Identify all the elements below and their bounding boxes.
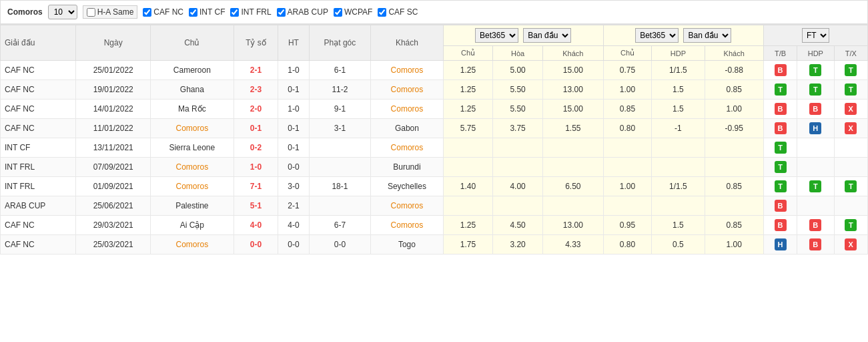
cell-score: 0-0 (234, 235, 278, 254)
type1-select[interactable]: Ban đầu (523, 28, 571, 43)
cell-res-hdp (797, 196, 834, 216)
cell-score: 0-2 (234, 138, 278, 158)
cell-home: Ai Cập (150, 216, 234, 235)
odds1-chu: 1.25 (443, 80, 493, 100)
cell-res-tb: B (763, 196, 797, 216)
badge: B (775, 219, 787, 231)
cell-away: Togo (371, 235, 443, 254)
th-res-hdp: HDP (797, 46, 834, 61)
ha-same-checkbox[interactable] (87, 8, 95, 17)
cell-res-hdp (797, 158, 834, 177)
table-row: INT FRL 01/09/2021 Comoros 7-1 3-0 18-1 … (1, 177, 868, 196)
odds1-hoa: 5.00 (493, 61, 543, 80)
cell-away: Comoros (371, 80, 443, 100)
odds1-chu: 1.25 (443, 100, 493, 119)
caf-nc-checkbox[interactable] (143, 8, 151, 17)
cell-corners (309, 158, 371, 177)
count-select[interactable]: 10 5 15 20 (48, 5, 77, 19)
cell-res-tb: B (763, 61, 797, 80)
badge: B (809, 103, 821, 115)
cell-league: CAF NC (1, 100, 76, 119)
cell-date: 25/01/2022 (76, 61, 151, 80)
cell-score: 1-0 (234, 158, 278, 177)
odds2-khach (705, 138, 763, 158)
filter-ha-same[interactable]: H-A Same (83, 5, 138, 19)
filter-arab-cup[interactable]: ARAB CUP (277, 7, 328, 17)
cell-home: Palestine (150, 196, 234, 216)
cell-league: INT FRL (1, 158, 76, 177)
cell-home: Sierra Leone (150, 138, 234, 158)
odds2-hdp (652, 196, 705, 216)
odds2-chu: 0.75 (603, 61, 652, 80)
int-frl-checkbox[interactable] (230, 8, 239, 17)
cell-ht: 0-0 (278, 158, 309, 177)
filter-caf-sc[interactable]: CAF SC (378, 7, 418, 17)
cell-res-tx (834, 138, 868, 158)
table-row: INT FRL 07/09/2021 Comoros 1-0 0-0 Burun… (1, 158, 868, 177)
cell-res-tb: H (763, 235, 797, 254)
int-cf-checkbox[interactable] (189, 8, 197, 17)
ft-select[interactable]: FT (802, 28, 829, 43)
cell-ht: 3-0 (278, 177, 309, 196)
table-row: CAF NC 25/03/2021 Comoros 0-0 0-0 0-0 To… (1, 235, 868, 254)
odds1-khach (542, 196, 603, 216)
cell-ht: 1-0 (278, 61, 309, 80)
cell-score: 2-3 (234, 80, 278, 100)
th-o2-hdp: HDP (652, 46, 705, 61)
cell-date: 01/09/2021 (76, 177, 151, 196)
cell-ht: 0-0 (278, 235, 309, 254)
badge: H (775, 238, 787, 250)
odds2-chu: 0.80 (603, 235, 652, 254)
odds2-chu (603, 158, 652, 177)
odds2-hdp: 0.5 (652, 235, 705, 254)
arab-cup-label: ARAB CUP (288, 7, 328, 17)
type2-select[interactable]: Ban đầu (683, 28, 731, 43)
cell-corners: 6-7 (309, 216, 371, 235)
cell-score: 4-0 (234, 216, 278, 235)
caf-sc-checkbox[interactable] (378, 8, 386, 17)
odds2-khach: 0.85 (705, 177, 763, 196)
cell-league: ARAB CUP (1, 196, 76, 216)
cell-home: Comoros (150, 158, 234, 177)
cell-res-tb: B (763, 100, 797, 119)
bookmaker1-select[interactable]: Bet365 (475, 28, 518, 43)
wcpaf-checkbox[interactable] (334, 8, 342, 17)
cell-res-tx: T (834, 80, 868, 100)
odds2-hdp: 1/1.5 (652, 61, 705, 80)
cell-away: Comoros (371, 61, 443, 80)
cell-home: Cameroon (150, 61, 234, 80)
int-frl-label: INT FRL (241, 7, 271, 17)
cell-home: Ghana (150, 80, 234, 100)
cell-away: Comoros (371, 138, 443, 158)
odds2-hdp: 1/1.5 (652, 177, 705, 196)
th-score: Tỷ số (234, 25, 278, 61)
cell-away: Comoros (371, 216, 443, 235)
arab-cup-checkbox[interactable] (277, 8, 286, 17)
filter-wcpaf[interactable]: WCPAF (334, 7, 372, 17)
filter-int-cf[interactable]: INT CF (189, 7, 225, 17)
badge: B (775, 64, 787, 76)
cell-away: Comoros (371, 196, 443, 216)
th-home: Chủ (150, 25, 234, 61)
filter-caf-nc[interactable]: CAF NC (143, 7, 183, 17)
cell-date: 25/03/2021 (76, 235, 151, 254)
th-res-tx: T/X (834, 46, 868, 61)
odds1-chu: 1.25 (443, 61, 493, 80)
cell-res-tx (834, 158, 868, 177)
cell-res-tb: B (763, 216, 797, 235)
odds2-khach: 0.85 (705, 216, 763, 235)
cell-date: 29/03/2021 (76, 216, 151, 235)
filter-int-frl[interactable]: INT FRL (230, 7, 271, 17)
badge: T (845, 180, 857, 192)
th-ht: HT (278, 25, 309, 61)
odds1-khach (542, 138, 603, 158)
cell-score: 7-1 (234, 177, 278, 196)
odds2-hdp (652, 158, 705, 177)
odds1-khach: 13.00 (542, 216, 603, 235)
cell-ht: 0-1 (278, 138, 309, 158)
odds1-hoa (493, 158, 543, 177)
cell-res-hdp: T (797, 177, 834, 196)
bookmaker2-select[interactable]: Bet365 (635, 28, 679, 43)
int-cf-label: INT CF (199, 7, 225, 17)
cell-away: Gabon (371, 119, 443, 138)
